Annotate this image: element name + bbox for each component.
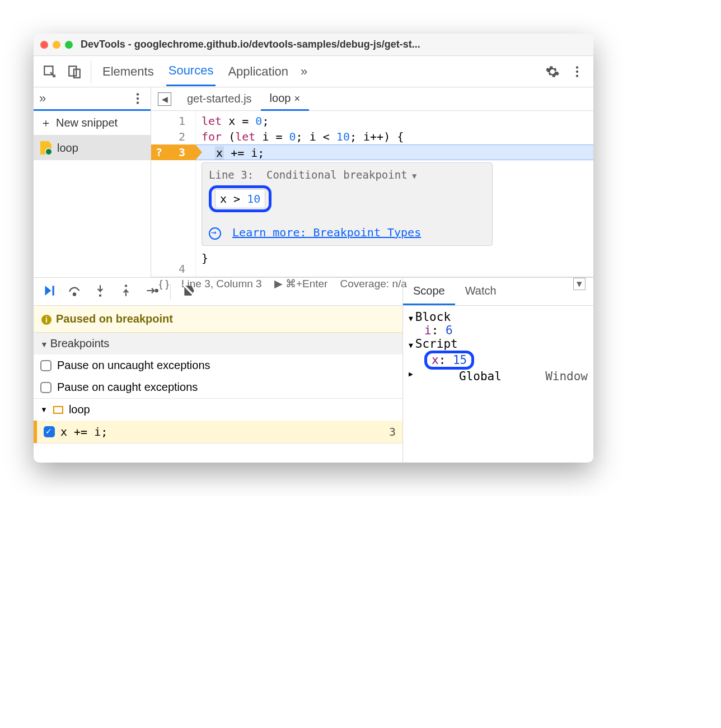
highlight-ring-x: x: 15 (424, 351, 474, 370)
step-out-icon[interactable] (119, 283, 133, 300)
sources-panel: » ＋ New snippet loop ◀ get-started.js lo… (34, 87, 593, 278)
learn-more-arrow-icon (209, 227, 221, 240)
new-snippet-label: New snippet (56, 116, 118, 129)
tab-application[interactable]: Application (226, 58, 291, 86)
conditional-bp-icon: ? (156, 144, 162, 160)
resume-icon[interactable] (41, 283, 56, 300)
snippet-file-loop[interactable]: loop (34, 136, 151, 160)
scope-pane: Scope Watch Block i: 6 Script x: 15 Glob… (403, 278, 593, 463)
info-icon: i (41, 315, 52, 325)
bp-line-label: Line 3: (209, 169, 254, 181)
editor-tab-loop[interactable]: loop× (261, 87, 309, 111)
svg-rect-9 (53, 286, 54, 295)
breakpoint-entry[interactable]: x += i; 3 (34, 421, 402, 443)
scope-var-i: i: 6 (409, 324, 588, 337)
debugger-panel: iPaused on breakpoint Breakpoints Pause … (34, 278, 593, 463)
titlebar: DevTools - googlechrome.github.io/devtoo… (34, 34, 593, 56)
window-title: DevTools - googlechrome.github.io/devtoo… (81, 39, 420, 50)
svg-point-3 (576, 66, 578, 68)
svg-point-5 (576, 74, 578, 77)
main-toolbar: Elements Sources Application » (34, 56, 593, 87)
paused-banner: iPaused on breakpoint (34, 306, 402, 333)
svg-point-13 (156, 289, 158, 291)
svg-point-11 (99, 294, 101, 296)
svg-point-12 (125, 284, 127, 287)
inspect-element-icon[interactable] (43, 64, 57, 79)
maximize-window-button[interactable] (65, 41, 73, 49)
device-toggle-icon[interactable] (67, 64, 82, 79)
svg-point-10 (73, 293, 76, 295)
bp-type-dropdown[interactable]: Conditional breakpoint (266, 169, 417, 181)
sidebar-tabs: » (34, 87, 151, 111)
svg-point-4 (576, 70, 578, 72)
snippet-file-icon (40, 141, 52, 155)
editor-tabs: ◀ get-started.js loop× (151, 87, 593, 111)
pause-caught-toggle[interactable]: Pause on caught exceptions (34, 376, 402, 398)
line-number-1[interactable]: 1 (151, 113, 195, 129)
debugger-controls (34, 278, 402, 306)
pause-uncaught-toggle[interactable]: Pause on uncaught exceptions (34, 354, 402, 376)
close-tab-icon[interactable]: × (294, 93, 300, 104)
highlight-ring-expression: x > 10 (209, 185, 271, 212)
snippet-file-label: loop (57, 142, 78, 155)
checkbox-icon (40, 360, 52, 371)
close-window-button[interactable] (40, 41, 48, 49)
navigator-toggle-icon[interactable]: ◀ (158, 92, 171, 106)
sidebar-kebab-icon[interactable] (130, 91, 145, 106)
plus-icon: ＋ (40, 115, 52, 130)
scope-script-header[interactable]: Script (409, 337, 588, 351)
scope-tabs: Scope Watch (403, 278, 593, 306)
line-number-4[interactable]: 4 (151, 261, 195, 277)
checkbox-checked-icon (44, 426, 55, 437)
scope-global-header[interactable]: GlobalWindow (409, 370, 588, 383)
step-over-icon[interactable] (67, 283, 82, 300)
tab-watch[interactable]: Watch (455, 278, 507, 305)
breakpoints-section-header[interactable]: Breakpoints (34, 333, 402, 354)
snippet-icon (53, 406, 63, 414)
breakpoint-group-loop[interactable]: ▼ loop (34, 399, 402, 421)
line-number-2[interactable]: 2 (151, 129, 195, 144)
tab-sources[interactable]: Sources (166, 57, 216, 86)
svg-point-7 (137, 97, 139, 99)
editor-tab-get-started[interactable]: get-started.js (178, 88, 261, 110)
code-content[interactable]: let x = 0; for (let i = 0; i < 10; i++) … (196, 111, 593, 277)
debugger-left: iPaused on breakpoint Breakpoints Pause … (34, 278, 403, 463)
minimize-window-button[interactable] (53, 41, 60, 49)
breakpoint-line-number: 3 (389, 425, 396, 438)
line-number-3-breakpoint[interactable]: ?3 (151, 144, 195, 160)
scope-var-x: x: 15 (409, 351, 588, 370)
traffic-lights (40, 41, 73, 49)
bp-condition-input[interactable]: x > 10 (215, 189, 265, 208)
tab-scope[interactable]: Scope (403, 278, 455, 305)
line-gutter[interactable]: 1 2 ?3 4 (151, 111, 196, 277)
svg-point-6 (137, 93, 139, 95)
step-into-icon[interactable] (93, 283, 107, 300)
new-snippet-button[interactable]: ＋ New snippet (34, 111, 151, 136)
learn-more-link[interactable]: Learn more: Breakpoint Types (232, 226, 421, 239)
step-icon[interactable] (144, 283, 159, 300)
devtools-window: DevTools - googlechrome.github.io/devtoo… (34, 34, 593, 463)
code-editor: ◀ get-started.js loop× 1 2 ?3 4 let x = … (151, 87, 593, 277)
svg-point-8 (137, 101, 139, 104)
sidebar-overflow-icon[interactable]: » (39, 91, 46, 106)
kebab-menu-icon[interactable] (570, 64, 584, 79)
scope-block-header[interactable]: Block (409, 310, 588, 324)
tab-elements[interactable]: Elements (100, 58, 156, 86)
tabs-overflow-icon[interactable]: » (301, 64, 307, 79)
navigator-sidebar: » ＋ New snippet loop (34, 87, 151, 277)
settings-gear-icon[interactable] (545, 64, 560, 79)
breakpoint-editor-popup: Line 3: Conditional breakpoint x > 10 Le… (202, 162, 493, 246)
svg-rect-1 (69, 66, 76, 76)
checkbox-icon (40, 382, 52, 393)
deactivate-breakpoints-icon[interactable] (182, 283, 196, 300)
